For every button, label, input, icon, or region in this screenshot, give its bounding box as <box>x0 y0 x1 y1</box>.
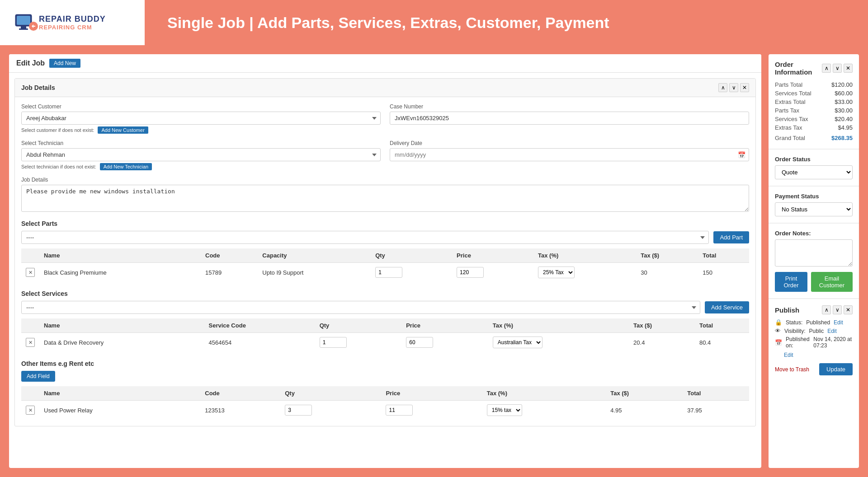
form-group-job-details: Job Details Please provide me new window… <box>21 177 749 214</box>
parts-th-qty: Qty <box>371 248 452 263</box>
parts-th-total: Total <box>698 248 749 263</box>
parts-th-price: Price <box>452 248 533 263</box>
delivery-date-input[interactable] <box>390 148 749 161</box>
add-field-button[interactable]: Add Field <box>21 371 55 382</box>
parts-select[interactable]: ---- <box>21 231 709 244</box>
services-row-total: 80.4 <box>695 333 749 352</box>
services-th-price: Price <box>401 318 488 333</box>
order-info-up-btn[interactable]: ∧ <box>822 64 831 73</box>
other-th-code: Code <box>200 386 280 401</box>
panel-up-btn[interactable]: ∧ <box>718 83 727 92</box>
parts-table: Name Code Capacity Qty Price Tax (%) Tax… <box>21 248 749 282</box>
services-row-tax-dollar: 20.4 <box>629 333 695 352</box>
visibility-icon: 👁 <box>775 327 781 334</box>
form-group-customer: Select Customer Areej Abubakar Select cu… <box>21 103 381 134</box>
services-select[interactable]: ---- <box>21 301 700 314</box>
sidebar: Order Information ∧ ∨ ✕ Parts Total $120… <box>769 54 859 468</box>
add-new-button[interactable]: Add New <box>49 59 80 68</box>
order-info-down-btn[interactable]: ∨ <box>833 64 842 73</box>
customer-select[interactable]: Areej Abubakar <box>21 112 381 125</box>
order-services-tax-row: Services Tax $20.40 <box>775 115 853 123</box>
publish-visibility-edit[interactable]: Edit <box>827 328 837 334</box>
main-content: Edit Job Add New Job Details ∧ ∨ ✕ Selec… <box>9 54 761 468</box>
parts-row-capacity: Upto I9 Support <box>258 263 371 282</box>
delete-other-button[interactable]: ✕ <box>26 406 35 415</box>
calendar-icon: 📅 <box>738 151 745 159</box>
other-row-code: 123513 <box>200 401 280 420</box>
panel-close-btn[interactable]: ✕ <box>740 83 749 92</box>
other-th-tax-pct: Tax (%) <box>482 386 606 401</box>
publish-status-edit[interactable]: Edit <box>834 319 843 326</box>
extras-tax-label: Extras Tax <box>775 124 802 131</box>
parts-table-body: ✕ Black Casing Premiume 15789 Upto I9 Su… <box>21 263 749 282</box>
delete-service-button[interactable]: ✕ <box>26 338 35 347</box>
other-price-input[interactable] <box>386 405 413 416</box>
add-new-customer-button[interactable]: Add New Customer <box>98 126 148 134</box>
services-qty-input[interactable] <box>320 337 347 348</box>
parts-th-code: Code <box>201 248 258 263</box>
other-th-del <box>21 386 39 401</box>
logo-icon <box>14 10 39 35</box>
add-technician-help: Select technician if does not exist: Add… <box>21 163 381 170</box>
move-to-trash-link[interactable]: Move to Trash <box>775 366 809 373</box>
publish-visibility-label: Visibility: <box>784 328 805 334</box>
extras-tax-value: $4.95 <box>838 124 853 131</box>
parts-row-tax-pct: 25% Tax <box>533 263 636 282</box>
add-part-button[interactable]: Add Part <box>713 231 749 243</box>
services-th-del <box>21 318 39 333</box>
update-button[interactable]: Update <box>819 363 853 375</box>
order-info-close-btn[interactable]: ✕ <box>844 64 853 73</box>
services-tax-select[interactable]: Australian Tax <box>493 337 542 348</box>
publish-up-btn[interactable]: ∧ <box>822 305 831 314</box>
order-parts-total-row: Parts Total $120.00 <box>775 80 853 89</box>
parts-price-input[interactable] <box>457 267 484 278</box>
print-order-button[interactable]: Print Order <box>775 272 807 292</box>
customer-label: Select Customer <box>21 103 381 110</box>
publish-section: Publish ∧ ∨ ✕ 🔒 Status: Published Edit 👁… <box>769 299 859 382</box>
services-table-body: ✕ Data & Drive Recovery 4564654 Australi… <box>21 333 749 352</box>
other-th-tax-dollar: Tax ($) <box>606 386 683 401</box>
other-tax-select[interactable]: 15% tax <box>487 404 522 416</box>
parts-tax-label: Parts Tax <box>775 107 799 114</box>
job-details-panel-title: Job Details <box>21 84 55 91</box>
delete-part-button[interactable]: ✕ <box>26 268 35 277</box>
services-select-row: ---- Add Service <box>21 301 749 314</box>
technician-select[interactable]: Abdul Rehman <box>21 148 381 161</box>
payment-status-select[interactable]: No Status Paid Unpaid Partial <box>775 202 853 216</box>
publish-down-btn[interactable]: ∨ <box>833 305 842 314</box>
other-items-section-title: Other Items e.g Rent etc <box>21 360 749 367</box>
logo-subtitle: REPAIRING CRM <box>39 24 106 31</box>
parts-select-row: ---- Add Part <box>21 231 749 244</box>
parts-qty-input[interactable] <box>375 267 402 278</box>
parts-th-name <box>21 248 39 263</box>
order-notes-section: Order Notes: Print Order Email Customer <box>769 224 859 299</box>
table-row: ✕ Data & Drive Recovery 4564654 Australi… <box>21 333 749 352</box>
form-group-technician: Select Technician Abdul Rehman Select te… <box>21 140 381 170</box>
services-table: Name Service Code Qty Price Tax (%) Tax … <box>21 318 749 352</box>
panel-down-btn[interactable]: ∨ <box>729 83 738 92</box>
parts-th-capacity: Capacity <box>258 248 371 263</box>
email-customer-button[interactable]: Email Customer <box>811 272 853 292</box>
job-details-textarea-label: Job Details <box>21 177 749 183</box>
case-number-input[interactable] <box>390 112 749 125</box>
job-details-textarea[interactable]: Please provide me new windows installati… <box>21 185 749 212</box>
other-row-total: 37.95 <box>683 401 749 420</box>
parts-section-title: Select Parts <box>21 220 749 227</box>
publish-date-label: Published on: <box>786 336 810 349</box>
services-price-input[interactable] <box>406 337 433 348</box>
services-row-del: ✕ <box>21 333 39 352</box>
order-status-select[interactable]: Quote In Progress Completed Cancelled <box>775 165 853 179</box>
publish-date-edit[interactable]: Edit <box>784 352 793 358</box>
add-new-technician-button[interactable]: Add New Technician <box>100 163 152 170</box>
parts-tax-select[interactable]: 25% Tax <box>538 267 575 278</box>
add-service-button[interactable]: Add Service <box>705 301 749 313</box>
other-qty-input[interactable] <box>285 405 312 416</box>
other-th-qty: Qty <box>280 386 381 401</box>
parts-row-qty <box>371 263 452 282</box>
case-number-label: Case Number <box>390 103 749 110</box>
publish-close-btn[interactable]: ✕ <box>844 305 853 314</box>
services-th-total: Total <box>695 318 749 333</box>
publish-status-row: 🔒 Status: Published Edit <box>775 319 853 326</box>
order-notes-textarea[interactable] <box>775 239 853 267</box>
status-icon: 🔒 <box>775 319 782 326</box>
